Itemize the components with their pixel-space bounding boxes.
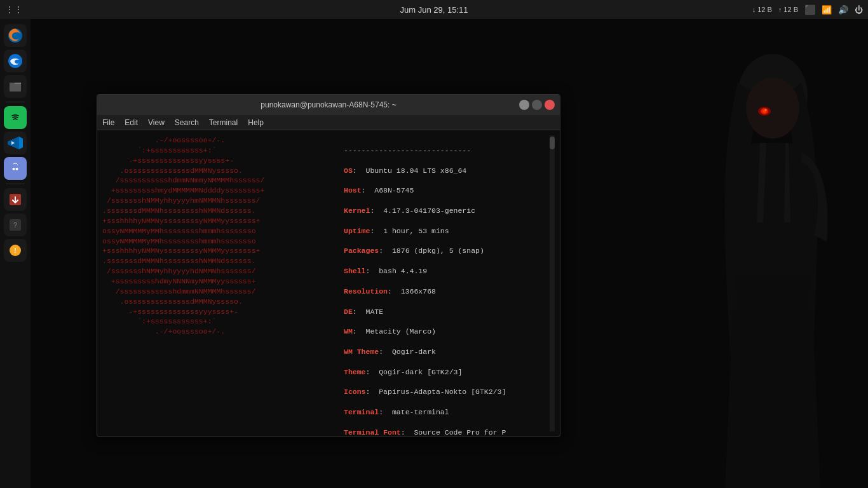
volume-icon[interactable]: 🔊 [838, 5, 848, 15]
dock-icon-misc1[interactable]: ? [4, 214, 27, 236]
svg-point-2 [746, 78, 799, 139]
terminal-titlebar: punokawan@punokawan-A68N-5745: ~ _ □ ✕ [97, 95, 560, 115]
info-wm: WM: Metacity (Marco) [344, 327, 550, 337]
info-shell: Shell: bash 4.4.19 [344, 266, 550, 276]
terminal-title: punokawan@punokawan-A68N-5745: ~ [261, 100, 396, 109]
info-uptime: Uptime: 1 hour, 53 mins [344, 226, 550, 236]
taskbar-top: ⋮⋮ Jum Jun 29, 15:11 ↓ 12 B ↑ 12 B ⬛ 📶 🔊… [0, 0, 868, 19]
wallpaper-art [633, 19, 868, 488]
clock-label: Jum Jun 29, 15:11 [400, 5, 468, 15]
close-button[interactable]: ✕ [545, 100, 555, 110]
menu-terminal[interactable]: Terminal [209, 118, 238, 127]
svg-rect-9 [10, 83, 21, 92]
dock-icon-files[interactable] [4, 75, 27, 98]
menu-edit[interactable]: Edit [125, 118, 138, 127]
power-icon[interactable]: ⏻ [855, 5, 863, 15]
info-de: DE: MATE [344, 307, 550, 317]
application-dock: ? ! [0, 19, 31, 488]
dock-icon-vscode[interactable] [4, 132, 27, 154]
minimize-button[interactable]: _ [519, 100, 529, 110]
terminal-window: punokawan@punokawan-A68N-5745: ~ _ □ ✕ F… [97, 94, 560, 437]
apps-grid-icon[interactable]: ⋮⋮ [5, 4, 23, 15]
menu-help[interactable]: Help [248, 118, 264, 127]
dock-icon-thunderbird[interactable] [4, 50, 27, 72]
maximize-button[interactable]: □ [532, 100, 542, 110]
screenshot-icon[interactable]: ⬛ [804, 4, 815, 15]
dock-separator-2 [6, 184, 25, 184]
neofetch-sysinfo: ----------------------------- OS: Ubuntu… [337, 135, 550, 431]
neofetch-ascii-art: .-/+oossssoo+/-. `:+ssssssssssss+:` -+ss… [102, 135, 337, 431]
svg-text:!: ! [14, 247, 16, 254]
wifi-icon[interactable]: 📶 [822, 5, 832, 15]
svg-point-12 [16, 168, 18, 170]
menu-view[interactable]: View [148, 118, 165, 127]
svg-point-6 [765, 109, 767, 111]
dock-icon-misc2[interactable]: ! [4, 239, 27, 262]
svg-text:?: ? [13, 222, 17, 229]
menu-search[interactable]: Search [175, 118, 199, 127]
info-terminal-font: Terminal Font: Source Code Pro for P [344, 428, 550, 437]
info-kernel: Kernel: 4.17.3-041703-generic [344, 206, 550, 216]
network-down-label: ↓ 12 B [752, 6, 772, 13]
info-theme: Theme: Qogir-dark [GTK2/3] [344, 367, 550, 377]
taskbar-right-area: ↓ 12 B ↑ 12 B ⬛ 📶 🔊 ⏻ [752, 4, 863, 15]
network-up-label: ↑ 12 B [778, 6, 798, 13]
info-separator: ----------------------------- [344, 146, 550, 156]
window-controls: _ □ ✕ [519, 100, 555, 110]
dock-icon-spotify[interactable] [4, 106, 27, 129]
terminal-body[interactable]: .-/+oossssoo+/-. `:+ssssssssssss+:` -+ss… [97, 130, 560, 437]
terminal-scrollbar[interactable] [550, 135, 555, 431]
info-wm-theme: WM Theme: Qogir-dark [344, 347, 550, 357]
svg-point-10 [9, 111, 22, 124]
info-resolution: Resolution: 868x488 [344, 287, 550, 297]
taskbar-left-area: ⋮⋮ [5, 4, 23, 15]
info-os: OS: Ubuntu 18.04 LTS x86_64 [344, 166, 550, 176]
menu-file[interactable]: File [102, 118, 114, 127]
terminal-menubar: File Edit View Search Terminal Help [97, 115, 560, 130]
dock-icon-firefox[interactable] [4, 24, 27, 47]
info-icons: Icons: Papirus-Adapta-Nokto [GTK2/3] [344, 387, 550, 397]
svg-point-11 [13, 168, 15, 170]
info-packages: Packages: 1876 (dpkg), 5 (snap) [344, 246, 550, 256]
info-terminal: Terminal: mate-terminal [344, 407, 550, 417]
info-host: Host: A68N-5745 [344, 186, 550, 196]
dock-icon-store[interactable] [4, 188, 27, 211]
dock-separator [6, 102, 25, 102]
dock-icon-discord[interactable] [4, 157, 27, 180]
datetime-display: Jum Jun 29, 15:11 [400, 5, 468, 15]
